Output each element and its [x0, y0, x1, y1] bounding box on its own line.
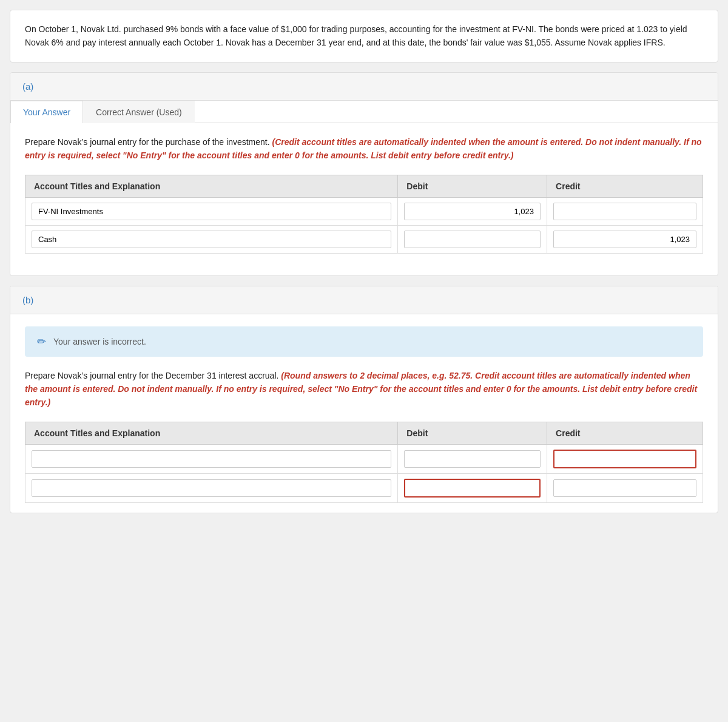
col-header-credit-a: Credit: [547, 175, 703, 197]
section-a-instruction-static: Prepare Novak’s journal entry for the pu…: [25, 137, 270, 147]
debit-input-b1[interactable]: [404, 450, 541, 468]
section-a-tabs: Your Answer Correct Answer (Used): [10, 101, 718, 123]
credit-input-b1[interactable]: [553, 450, 696, 468]
section-b-instruction-static: Prepare Novak’s journal entry for the De…: [25, 371, 278, 380]
pencil-icon: ✏: [37, 335, 46, 348]
account-cell-a1: [25, 197, 398, 225]
debit-input-a2[interactable]: [404, 231, 541, 248]
section-b-header: (b): [10, 286, 718, 314]
account-input-b1[interactable]: [32, 450, 391, 468]
credit-cell-a2: [547, 225, 703, 253]
credit-input-a2[interactable]: [553, 231, 696, 248]
section-b-instruction: Prepare Novak’s journal entry for the De…: [25, 369, 703, 410]
debit-cell-a1: [398, 197, 547, 225]
incorrect-alert: ✏ Your answer is incorrect.: [25, 326, 703, 357]
debit-input-b2[interactable]: [404, 479, 541, 498]
section-a-header: (a): [10, 73, 718, 101]
table-row: [25, 473, 703, 502]
section-b-content: ✏ Your answer is incorrect. Prepare Nova…: [10, 326, 718, 503]
account-input-b2[interactable]: [32, 479, 391, 497]
col-header-credit-b: Credit: [547, 422, 703, 444]
col-header-debit-a: Debit: [398, 175, 547, 197]
tab-your-answer[interactable]: Your Answer: [10, 101, 83, 123]
section-b-card: (b) ✏ Your answer is incorrect. Prepare …: [10, 286, 718, 513]
credit-cell-b2: [547, 473, 703, 502]
tab-correct-answer[interactable]: Correct Answer (Used): [83, 101, 195, 123]
debit-input-a1[interactable]: [404, 203, 541, 220]
credit-cell-a1: [547, 197, 703, 225]
table-row: [25, 225, 703, 253]
section-b-body: ✏ Your answer is incorrect. Prepare Nova…: [10, 326, 718, 503]
account-cell-a2: [25, 225, 398, 253]
account-cell-b1: [25, 444, 398, 473]
credit-input-a1[interactable]: [553, 203, 696, 220]
col-header-debit-b: Debit: [398, 422, 547, 444]
section-a-body: Your Answer Correct Answer (Used) Prepar…: [10, 101, 718, 275]
credit-cell-b1: [547, 444, 703, 473]
section-a-label: (a): [22, 81, 33, 92]
problem-card: On October 1, Novak Ltd. purchased 9% bo…: [10, 10, 718, 62]
section-b-table: Account Titles and Explanation Debit Cre…: [25, 422, 703, 503]
alert-text: Your answer is incorrect.: [53, 337, 146, 346]
problem-text: On October 1, Novak Ltd. purchased 9% bo…: [10, 10, 718, 62]
col-header-account-b: Account Titles and Explanation: [25, 422, 398, 444]
section-b-label: (b): [22, 295, 33, 305]
account-input-a2[interactable]: [32, 231, 391, 248]
section-a-card: (a) Your Answer Correct Answer (Used) Pr…: [10, 72, 718, 276]
col-header-account-a: Account Titles and Explanation: [25, 175, 398, 197]
account-input-a1[interactable]: [32, 203, 391, 220]
debit-cell-b1: [398, 444, 547, 473]
credit-input-b2[interactable]: [553, 479, 696, 497]
account-cell-b2: [25, 473, 398, 502]
table-row: [25, 197, 703, 225]
section-a-table: Account Titles and Explanation Debit Cre…: [25, 175, 703, 254]
debit-cell-b2: [398, 473, 547, 502]
table-row: [25, 444, 703, 473]
section-a-tab-content: Prepare Novak’s journal entry for the pu…: [10, 123, 718, 275]
debit-cell-a2: [398, 225, 547, 253]
section-a-instruction: Prepare Novak’s journal entry for the pu…: [25, 135, 703, 163]
